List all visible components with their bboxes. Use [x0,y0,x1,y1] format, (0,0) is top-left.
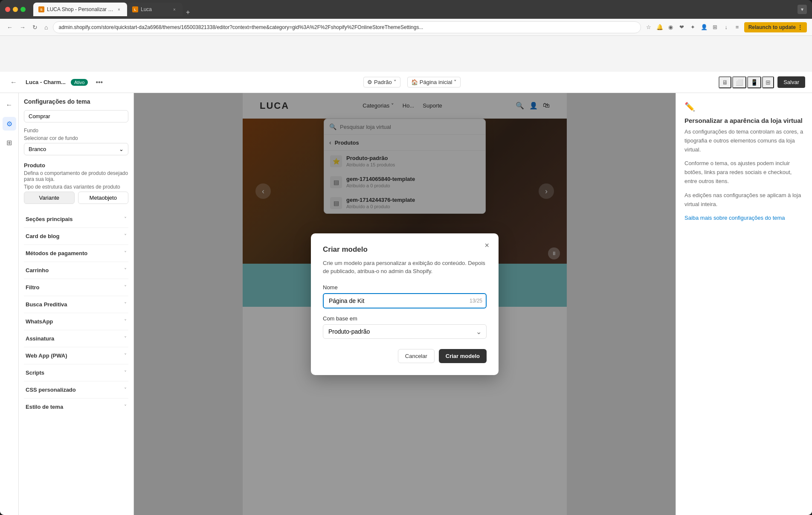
tab-title-1: LUCA Shop - Personalizar Lu... [47,6,113,12]
sidebar-item-scripts[interactable]: Scripts ˅ [24,364,128,381]
select-chevron-icon: ⌄ [119,146,124,152]
sidebar-icon-sections[interactable]: ⊞ [3,136,16,149]
learn-more-link[interactable]: Saiba mais sobre configurações do tema [684,215,785,221]
arrow-icon: ˅ [124,404,127,410]
editor-layout: ← ⚙ ⊞ Configurações do tema Fundo Seleci… [0,93,812,515]
sidebar-item-metodos-pagamento[interactable]: Métodos de pagamento ˅ [24,245,128,262]
product-section-label: Produto [24,162,128,169]
right-panel-title: Personalizar a aparência da loja virtual [684,117,803,124]
arrow-icon: ˅ [124,216,127,222]
pencil-icon: ✏️ [684,102,803,112]
create-model-button[interactable]: Criar modelo [439,349,487,363]
address-bar-icons: ☆ 🔔 ◉ ❤ ✦ 👤 ⊞ ↓ ≡ Relaunch to update ⋮ [644,22,807,32]
modal-actions: Cancelar Criar modelo [323,349,487,363]
modal-name-input[interactable] [323,293,487,308]
maximize-traffic-light[interactable] [20,7,26,12]
modal-title: Criar modelo [323,245,487,254]
profile-icon[interactable]: 👤 [700,23,708,32]
modal-base-label: Com base em [323,315,487,322]
sidebar-item-carrinho[interactable]: Carrinho ˅ [24,262,128,279]
tab-luca-shop[interactable]: S LUCA Shop - Personalizar Lu... × [33,3,127,16]
sidebar-content: Configurações do tema Fundo Selecionar c… [19,93,133,515]
title-bar: S LUCA Shop - Personalizar Lu... × L Luc… [0,0,812,19]
sidebar-section-title: Configurações do tema [24,98,128,105]
background-section-label: Fundo [24,128,128,134]
sidebar-item-estilo-tema[interactable]: Estilo de tema ˅ [24,399,128,415]
tab-close-2[interactable]: × [171,6,177,12]
product-section: Produto Defina o comportamento de produt… [24,162,128,204]
modal-name-input-wrap: 13/25 [323,293,487,308]
back-editor-button[interactable]: ← [7,77,20,88]
modal-base-select[interactable]: Produto-padrão [323,324,487,339]
metaobject-option-btn[interactable]: Metaobjeto [78,192,129,204]
forward-nav-button[interactable]: → [18,22,27,32]
sidebar-item-css-personalizado[interactable]: CSS personalizado ˅ [24,381,128,399]
sidebar-item-secoes-principais[interactable]: Seções principais ˅ [24,211,128,228]
background-color-value: Branco [29,146,46,152]
extension-icon-6[interactable]: ↓ [722,23,731,32]
sidebar-item-busca-preditiva[interactable]: Busca Preditiva ˅ [24,296,128,313]
sidebar-item-card-de-blog[interactable]: Card de blog ˅ [24,228,128,245]
back-nav-button[interactable]: ← [5,22,14,32]
theme-icon: ⚙ [367,79,372,85]
theme-settings-button[interactable]: ⊞ [762,76,774,88]
background-section: Fundo Selecionar cor de fundo Branco ⌄ [24,128,128,155]
cancel-button[interactable]: Cancelar [398,349,435,363]
status-badge: Ativo [71,79,88,86]
url-input[interactable] [53,21,641,33]
theme-selector[interactable]: ⚙ Padrão ˅ [363,77,400,87]
sidebar-item-whatsapp[interactable]: WhatsApp ˅ [24,313,128,330]
address-bar: ← → ↻ ⌂ ☆ 🔔 ◉ ❤ ✦ 👤 ⊞ ↓ ≡ Relaunch to up… [0,19,812,36]
extension-icon-4[interactable]: ✦ [689,23,697,32]
theme-name: Padrão [374,79,392,85]
arrow-icon: ˅ [124,302,127,308]
sidebar-item-filtro[interactable]: Filtro ˅ [24,279,128,296]
tab-favicon-2: L [132,6,138,12]
extension-icon-2[interactable]: ◉ [667,23,675,32]
sidebar-icon-back[interactable]: ← [3,98,16,112]
minimize-traffic-light[interactable] [13,7,18,12]
page-chevron-icon: ˅ [454,79,457,85]
store-name: Luca - Charm... [26,79,66,85]
tab-dropdown-button[interactable]: ▾ [798,5,807,14]
save-button[interactable]: Salvar [777,76,805,88]
create-model-modal: Criar modelo × Crie um modelo para perso… [311,233,499,375]
background-color-select[interactable]: Branco ⌄ [24,143,128,155]
page-selector[interactable]: 🏠 Página inicial ˅ [407,77,461,87]
tab-luca[interactable]: L Luca × [127,3,183,16]
extension-icon-3[interactable]: ❤ [678,23,686,32]
desktop-view-button[interactable]: 🖥 [719,76,731,88]
extension-icon-5[interactable]: ⊞ [711,23,719,32]
variant-label: Tipo de estrutura das variantes de produ… [24,184,128,190]
new-tab-button[interactable]: + [183,9,193,16]
reload-nav-button[interactable]: ↻ [31,22,39,32]
right-panel-para1: As configurações do tema controlam as co… [684,128,803,154]
buy-button-input[interactable] [24,110,128,122]
sidebar-item-web-app[interactable]: Web App (PWA) ˅ [24,347,128,364]
modal-description: Crie um modelo para personalizar a exibi… [323,259,487,276]
tab-title-2: Luca [141,6,169,12]
editor-topbar: ← Luca - Charm... Ativo ••• ⚙ Padrão ˅ 🏠… [0,72,812,93]
page-name: Página inicial [420,79,452,85]
modal-close-button[interactable]: × [482,240,492,251]
sidebar-icon-settings[interactable]: ⚙ [3,117,16,131]
arrow-icon: ˅ [124,233,127,239]
close-traffic-light[interactable] [5,7,10,12]
tablet-view-button[interactable]: ⬜ [732,76,746,88]
extension-icon-7[interactable]: ≡ [733,23,742,32]
tab-close-1[interactable]: × [116,6,122,12]
home-nav-button[interactable]: ⌂ [43,22,49,32]
star-icon[interactable]: ☆ [644,23,653,32]
theme-chevron-icon: ˅ [394,79,397,85]
more-options-button[interactable]: ••• [93,78,105,87]
sidebar-item-assinatura[interactable]: Assinatura ˅ [24,330,128,347]
extension-icon-1[interactable]: 🔔 [655,23,664,32]
arrow-icon: ˅ [124,353,127,359]
center-preview: LUCA Categorias ˅ Ho... Suporte 🔍 👤 🛍 [134,93,676,515]
variant-option-btn[interactable]: Variante [24,192,75,204]
variant-buttons: Variante Metaobjeto [24,192,128,204]
tabs-area: S LUCA Shop - Personalizar Lu... × L Luc… [33,3,794,16]
mobile-view-button[interactable]: 📱 [747,76,761,88]
modal-select-container: Produto-padrão [323,324,487,339]
relaunch-button[interactable]: Relaunch to update ⋮ [744,22,807,32]
